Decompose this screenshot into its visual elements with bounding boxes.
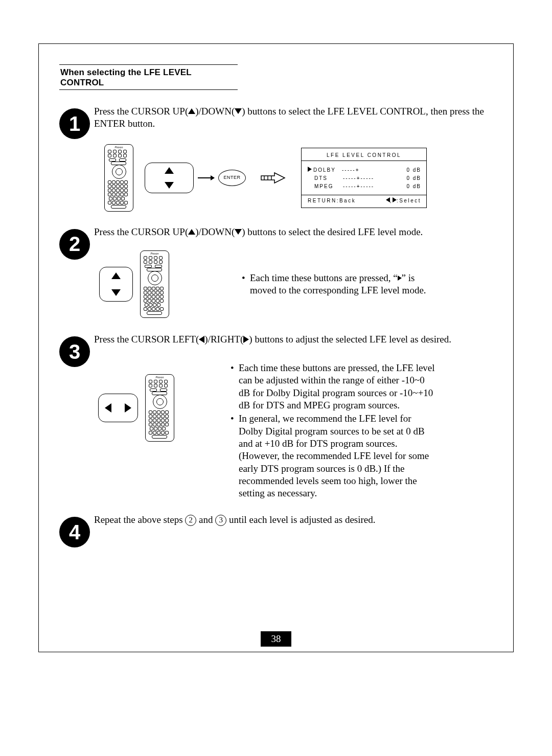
osd-value: 0 dB	[399, 182, 421, 191]
triangle-left-icon	[386, 197, 390, 202]
osd-value: 0 dB	[399, 174, 421, 182]
osd-title: LFE LEVEL CONTROL	[302, 148, 426, 161]
t: Press the CURSOR LEFT(	[94, 334, 199, 345]
remote-control-icon: Proson	[104, 144, 133, 212]
t: ) buttons to adjust the selected LFE lev…	[249, 334, 451, 345]
cursor-up-icon	[188, 108, 195, 114]
cursor-down-icon	[235, 108, 242, 114]
cursor-right-icon	[243, 336, 249, 343]
content-frame: When selecting the LFE LEVEL CONTROL 1 P…	[38, 43, 514, 652]
down-arrow-icon	[165, 182, 174, 189]
osd-panel: LFE LEVEL CONTROL DOLBY -----+ 0 dB DTS	[301, 148, 427, 208]
t: and	[196, 514, 215, 525]
t: )/RIGHT(	[204, 334, 243, 345]
osd-label: MPEG	[314, 182, 343, 191]
outline-arrow-icon	[259, 171, 286, 185]
step-2-text: Press the CURSOR UP()/DOWN() buttons to …	[94, 226, 493, 238]
step-3: 3 Press the CURSOR LEFT()/RIGHT() button…	[59, 332, 493, 499]
osd-value: 0 dB	[399, 166, 421, 174]
right-arrow-icon	[125, 403, 131, 413]
cursor-up-down-buttons	[145, 163, 194, 193]
osd-scale: -----+-----	[343, 174, 399, 182]
enter-button-icon: ENTER	[218, 170, 246, 186]
step-2: 2 Press the CURSOR UP()/DOWN() buttons t…	[59, 225, 493, 318]
osd-row-dolby: DOLBY -----+ 0 dB	[308, 166, 421, 174]
manual-page: When selecting the LFE LEVEL CONTROL 1 P…	[0, 0, 552, 756]
remote-control-icon: Proson	[140, 250, 169, 318]
step-4: 4 Repeat the above steps 2 and 3 until e…	[59, 513, 493, 547]
section-title: When selecting the LFE LEVEL CONTROL	[59, 64, 238, 90]
osd-foot-left: RETURN:Back	[308, 198, 356, 204]
osd-row-mpeg: MPEG -----+----- 0 dB	[308, 182, 421, 191]
left-arrow-icon	[105, 403, 111, 413]
step-number-4: 4	[59, 517, 90, 547]
cursor-left-right-buttons	[98, 394, 138, 422]
t: Repeat the above steps	[94, 514, 185, 525]
triangle-right-icon	[308, 167, 312, 172]
t: ) buttons to select the desired LFE leve…	[242, 226, 423, 237]
step-3-notes: Each time these buttons are pressed, the…	[229, 362, 436, 499]
up-arrow-icon	[165, 167, 174, 174]
osd-label: DOLBY	[313, 166, 342, 174]
cursor-up-icon	[188, 229, 195, 235]
t: )/DOWN(	[195, 226, 235, 237]
step-3-note-1: Each time these buttons are pressed, the…	[229, 362, 436, 411]
t: )/DOWN(	[195, 106, 235, 117]
osd-scale: -----+-----	[343, 182, 399, 191]
up-arrow-icon	[111, 272, 121, 279]
cursor-down-icon	[235, 229, 242, 235]
t: Press the CURSOR UP(	[94, 226, 188, 237]
step-3-illustration: Proson	[98, 362, 493, 499]
osd-foot-right: ,:Select	[386, 198, 421, 204]
triangle-right-icon	[393, 197, 397, 202]
osd-row-dts: DTS -----+----- 0 dB	[308, 174, 421, 182]
step-1-illustration: Proson	[104, 144, 493, 212]
cursor-left-icon	[199, 336, 204, 343]
step-1: 1 Press the CURSOR UP()/DOWN() buttons t…	[59, 104, 493, 212]
step-number-1: 1	[59, 108, 90, 139]
remote-control-icon: Proson	[145, 374, 174, 442]
step-2-note: Each time these buttons are pressed, “” …	[241, 272, 435, 297]
page-number: 38	[261, 631, 291, 647]
osd-scale: -----+	[342, 166, 399, 174]
down-arrow-icon	[111, 289, 121, 296]
t: Each time these buttons are pressed, “	[250, 272, 398, 283]
circled-2-icon: 2	[185, 515, 196, 526]
step-4-text: Repeat the above steps 2 and 3 until eac…	[94, 514, 493, 526]
triangle-right-icon	[398, 276, 402, 281]
circled-3-icon: 3	[215, 515, 226, 526]
t: :Select	[397, 198, 421, 203]
flow-arrow-icon	[198, 177, 214, 178]
t: until each level is adjusted as desired.	[226, 514, 375, 525]
step-3-text: Press the CURSOR LEFT()/RIGHT() buttons …	[94, 333, 493, 346]
step-1-text: Press the CURSOR UP()/DOWN() buttons to …	[94, 105, 493, 130]
t: Press the CURSOR UP(	[94, 106, 188, 117]
step-number-3: 3	[59, 336, 90, 367]
osd-label: DTS	[314, 174, 343, 182]
step-number-2: 2	[59, 229, 90, 260]
step-3-note-2: In general, we recommend the LFE level f…	[229, 413, 436, 499]
step-2-illustration: Proson	[99, 250, 493, 318]
cursor-up-down-buttons	[99, 267, 133, 302]
